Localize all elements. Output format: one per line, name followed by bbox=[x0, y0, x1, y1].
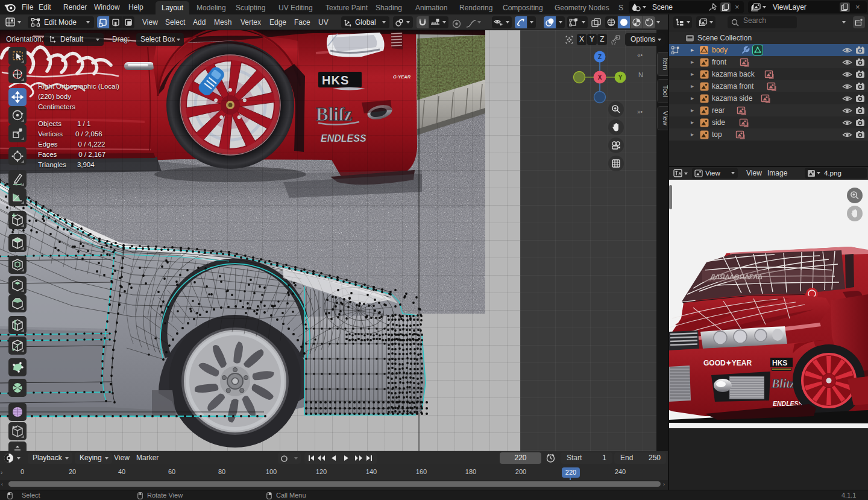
svg-text:HKS: HKS bbox=[772, 359, 787, 367]
svg-text:Y: Y bbox=[618, 74, 623, 81]
svg-text:ДΔЯΛΔΘЯΔΣΛΔ: ДΔЯΛΔΘЯΔΣΛΔ bbox=[709, 273, 763, 280]
svg-text:Blitz: Blitz bbox=[771, 377, 794, 390]
svg-text:Z: Z bbox=[598, 54, 602, 60]
svg-text:X: X bbox=[598, 74, 602, 81]
svg-text:GOOD✦YEAR: GOOD✦YEAR bbox=[703, 359, 752, 367]
